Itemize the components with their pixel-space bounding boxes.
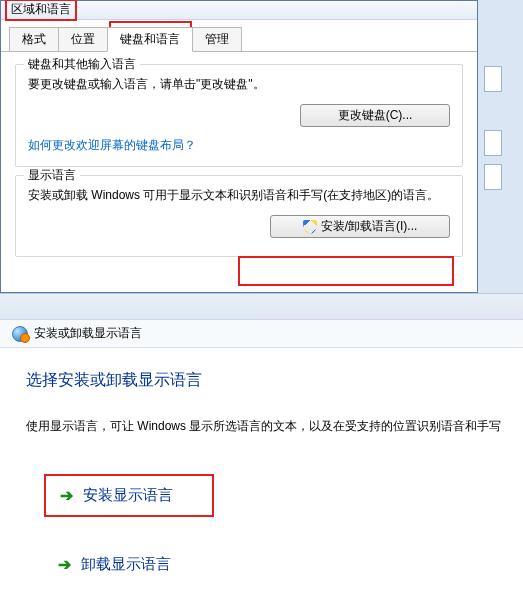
wizard-header-title: 安装或卸载显示语言: [34, 325, 142, 342]
arrow-right-icon: ➔: [60, 486, 73, 505]
wizard-body: 选择安装或卸载显示语言 使用显示语言，可让 Windows 显示所选语言的文本，…: [0, 348, 523, 584]
tab-keyboards-languages[interactable]: 键盘和语言: [107, 27, 193, 52]
wizard-border-top: [0, 293, 523, 320]
wizard-description: 使用显示语言，可让 Windows 显示所选语言的文本，以及在受支持的位置识别语…: [26, 417, 503, 436]
tabstrip: 格式 位置 键盘和语言 管理: [1, 26, 477, 52]
globe-icon: [12, 326, 28, 342]
dialog-title: 区域和语言: [5, 0, 77, 21]
wizard-header: 安装或卸载显示语言: [0, 320, 523, 348]
uninstall-link-label: 卸载显示语言: [81, 555, 171, 574]
tab-panel: 键盘和其他输入语言 要更改键盘或输入语言，请单击"更改键盘"。 更改键盘(C).…: [1, 52, 477, 257]
install-uninstall-label: 安装/卸载语言(I)...: [321, 218, 418, 235]
wizard-title: 选择安装或卸载显示语言: [26, 370, 503, 389]
group-display-desc: 安装或卸载 Windows 可用于显示文本和识别语音和手写(在支持地区)的语言。: [28, 186, 450, 205]
thumbnail: [484, 66, 502, 92]
group-display-title: 显示语言: [24, 167, 80, 184]
region-language-dialog: 区域和语言 格式 位置 键盘和语言 管理 键盘和其他输入语言 要更改键盘或输入语…: [0, 0, 478, 293]
install-link-label: 安装显示语言: [83, 486, 173, 505]
highlight-box: [238, 256, 454, 286]
group-keyboard-title: 键盘和其他输入语言: [24, 56, 140, 73]
thumbnail: [484, 130, 502, 156]
change-keyboards-button[interactable]: 更改键盘(C)...: [300, 104, 450, 127]
tab-administrative[interactable]: 管理: [192, 27, 242, 51]
background-window-strip: [478, 0, 523, 293]
uac-shield-icon: [303, 220, 317, 234]
group-keyboard-desc: 要更改键盘或输入语言，请单击"更改键盘"。: [28, 75, 450, 94]
dialog-titlebar: 区域和语言: [1, 0, 477, 20]
keyboard-layout-help-link[interactable]: 如何更改欢迎屏幕的键盘布局？: [28, 138, 196, 152]
tab-location[interactable]: 位置: [58, 27, 108, 51]
install-language-wizard: 安装或卸载显示语言 选择安装或卸载显示语言 使用显示语言，可让 Windows …: [0, 293, 523, 616]
tab-format[interactable]: 格式: [9, 27, 59, 51]
uninstall-display-language-link[interactable]: ➔ 卸载显示语言: [44, 545, 244, 584]
thumbnail: [484, 164, 502, 190]
group-keyboard: 键盘和其他输入语言 要更改键盘或输入语言，请单击"更改键盘"。 更改键盘(C).…: [15, 64, 463, 167]
group-display-language: 显示语言 安装或卸载 Windows 可用于显示文本和识别语音和手写(在支持地区…: [15, 175, 463, 257]
arrow-right-icon: ➔: [58, 555, 71, 574]
install-uninstall-languages-button[interactable]: 安装/卸载语言(I)...: [270, 215, 450, 238]
install-display-language-link[interactable]: ➔ 安装显示语言: [44, 474, 214, 517]
